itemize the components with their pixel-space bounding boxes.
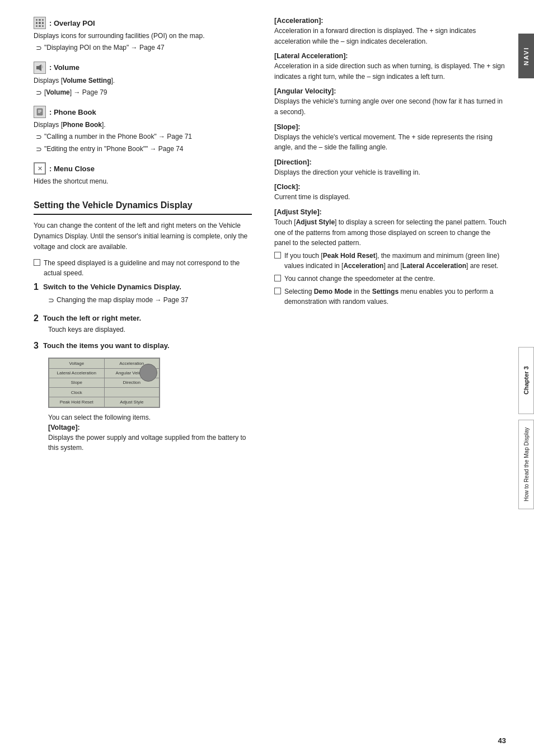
step-1: 1 Switch to the Vehicle Dynamics Display… — [34, 281, 252, 306]
overlay-poi-desc: Displays icons for surrounding facilitie… — [34, 31, 252, 41]
svg-rect-0 — [36, 66, 39, 69]
menu-close-title: : Menu Close — [49, 165, 95, 173]
screen-avatar — [139, 364, 157, 382]
adjust-label: [Adjust Style]: — [274, 208, 507, 216]
step-title-1: Switch to the Vehicle Dynamics Display. — [43, 281, 181, 293]
phone-book-section: : Phone Book Displays [Phone Book]. ⊃ "C… — [34, 106, 252, 154]
menu-close-icon: ✕ — [34, 162, 46, 175]
adjust-desc: Touch [Adjust Style] to display a screen… — [274, 217, 507, 248]
step-number-1: 1 — [34, 281, 39, 293]
note-item-1: The speed displayed is a guideline and m… — [34, 258, 252, 278]
page-number: 43 — [498, 736, 506, 745]
screen-image: Voltage Acceleration Lateral Acceleratio… — [48, 358, 160, 408]
arrow-icon: ⊃ — [36, 43, 42, 54]
step-3: 3 Touch the items you want to display. V… — [34, 340, 252, 453]
screen-cell-voltage: Voltage — [49, 359, 104, 368]
checkbox-icon — [274, 252, 281, 259]
arrow-icon: ⊃ — [36, 87, 42, 98]
angular-desc: Displays the vehicle's turning angle ove… — [274, 96, 507, 117]
right-note-1: If you touch [Peak Hold Reset], the maxi… — [274, 251, 507, 271]
right-note-2: You cannot change the speedometer at the… — [274, 274, 507, 284]
tab-navi: NAVI — [518, 34, 534, 78]
section-desc: You can change the content of the left a… — [34, 220, 252, 253]
menu-close-desc: Hides the shortcut menu. — [34, 176, 252, 186]
direction-label: [Direction]: — [274, 158, 507, 166]
step-title-2: Touch the left or right meter. — [43, 313, 141, 324]
right-tabs: NAVI Chapter 3 How to Read the Map Displ… — [518, 0, 534, 756]
phone-book-arrow1: ⊃ "Calling a number in the Phone Book" →… — [34, 132, 252, 143]
direction-desc: Displays the direction your vehicle is t… — [274, 167, 507, 178]
clock-label: [Clock]: — [274, 183, 507, 191]
phone-book-desc: Displays [Phone Book]. — [34, 120, 252, 130]
step2-desc: Touch keys are displayed. — [34, 326, 252, 334]
step1-sub: ⊃ Changing the map display mode → Page 3… — [34, 295, 252, 306]
volume-section: ) : Volume Displays [Volume Setting]. ⊃ … — [34, 62, 252, 98]
overlay-poi-arrow1: ⊃ "Displaying POI on the Map" → Page 47 — [34, 43, 252, 54]
step-number-3: 3 — [34, 340, 39, 352]
after-screen-text: You can select the following items. — [34, 414, 252, 421]
svg-text:): ) — [42, 65, 43, 68]
arrow-icon: ⊃ — [48, 295, 54, 306]
slope-label: [Slope]: — [274, 123, 507, 131]
angular-label: [Angular Velocity]: — [274, 87, 507, 95]
step-title-3: Touch the items you want to display. — [43, 340, 170, 351]
voltage-desc: Displays the power supply and voltage su… — [34, 433, 252, 453]
right-note-3: Selecting Demo Mode in the Settings menu… — [274, 287, 507, 307]
step-2: 2 Touch the left or right meter. Touch k… — [34, 313, 252, 334]
svg-rect-3 — [37, 109, 43, 115]
screen-bottom-peak: Peak Hold Reset — [49, 397, 104, 407]
volume-icon: ) — [34, 62, 46, 74]
screen-cell-clock: Clock — [49, 388, 104, 397]
lateral-desc: Acceleration in a side direction such as… — [274, 61, 507, 82]
checkbox-icon — [274, 275, 281, 281]
menu-close-section: ✕ : Menu Close Hides the shortcut menu. — [34, 162, 252, 186]
tab-how-to: How to Read the Map Display — [518, 420, 534, 509]
acceleration-label: [Acceleration]: — [274, 17, 507, 25]
volume-arrow1: ⊃ [Volume] → Page 79 — [34, 87, 252, 98]
screen-bottom-adjust: Adjust Style — [105, 397, 160, 407]
checkbox-icon — [34, 259, 40, 266]
lateral-label: [Lateral Acceleration]: — [274, 52, 507, 60]
overlay-poi-title: : Overlay POI — [49, 19, 95, 27]
arrow-icon: ⊃ — [36, 144, 42, 155]
checkbox-icon — [274, 288, 281, 294]
volume-title: : Volume — [49, 63, 79, 72]
volume-desc: Displays [Volume Setting]. — [34, 76, 252, 86]
section-heading: Setting the Vehicle Dynamics Display — [34, 200, 252, 215]
arrow-icon: ⊃ — [36, 132, 42, 143]
screen-cell-slope: Slope — [49, 378, 104, 387]
overlay-poi-icon — [34, 17, 46, 29]
step-number-2: 2 — [34, 313, 39, 325]
screen-cell-empty — [105, 388, 160, 397]
acceleration-desc: Acceleration in a forward direction is d… — [274, 26, 507, 46]
voltage-label: [Voltage]: — [34, 424, 252, 431]
phone-book-icon — [34, 106, 46, 118]
phone-book-arrow2: ⊃ "Editing the entry in "Phone Book"" → … — [34, 144, 252, 155]
svg-marker-1 — [39, 64, 41, 71]
slope-desc: Displays the vehicle's vertical movement… — [274, 132, 507, 153]
tab-chapter3: Chapter 3 — [518, 347, 534, 414]
screen-cell-lateral: Lateral Acceleration — [49, 369, 104, 378]
clock-desc: Current time is displayed. — [274, 192, 507, 203]
phone-book-title: : Phone Book — [49, 108, 96, 116]
overlay-poi-section: : Overlay POI Displays icons for surroun… — [34, 17, 252, 54]
